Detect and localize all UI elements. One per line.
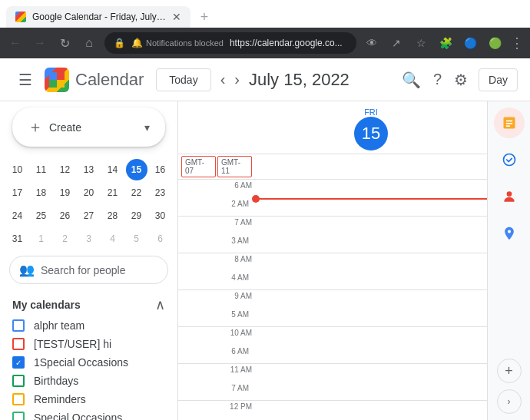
time-labels-11am: 11 AM 7 AM (178, 364, 255, 400)
mini-cal-day[interactable]: 25 (31, 205, 52, 227)
mini-cal-day[interactable]: 31 (7, 228, 28, 250)
search-button[interactable]: 🔍 (397, 66, 426, 94)
svg-point-8 (503, 154, 515, 166)
time-slot-10am[interactable] (255, 327, 487, 363)
calendar-name-test-user: [TEST/USER] hi (34, 338, 111, 350)
mini-cal-day[interactable]: 30 (150, 205, 171, 227)
svg-point-9 (506, 191, 512, 197)
mini-cal-day[interactable]: 20 (78, 182, 100, 203)
right-sidebar-expand-button[interactable]: › (497, 389, 522, 414)
mini-cal-day[interactable]: 28 (102, 205, 124, 227)
contacts-button[interactable] (494, 181, 525, 212)
back-button[interactable]: ← (6, 34, 25, 52)
mini-cal-day[interactable]: 11 (31, 159, 52, 180)
mini-cal-today[interactable]: 15 (126, 159, 147, 180)
profile-button[interactable]: 🔵 (461, 34, 479, 52)
time-labels-7am: 7 AM 3 AM (178, 217, 255, 253)
mini-cal-day[interactable]: 27 (78, 205, 100, 227)
bookmark-button[interactable]: ☆ (412, 34, 430, 52)
search-people-button[interactable]: 👥 Search for people (9, 256, 168, 284)
active-tab[interactable]: Google Calendar - Friday, July 15 ✕ (6, 6, 190, 28)
home-button[interactable]: ⌂ (80, 34, 98, 52)
tasks-button[interactable] (494, 144, 525, 175)
new-tab-button[interactable]: + (194, 6, 215, 28)
my-calendars-section: My calendars ∧ alphr team [TEST/USER] hi… (0, 290, 177, 420)
account-button[interactable]: 🟢 (485, 34, 504, 52)
mini-cal-day[interactable]: 16 (150, 159, 171, 180)
mini-cal-day[interactable]: 29 (126, 205, 147, 227)
hamburger-menu-button[interactable]: ☰ (12, 64, 38, 95)
mini-cal-day[interactable]: 21 (102, 182, 124, 203)
next-period-button[interactable]: › (231, 68, 243, 91)
today-button[interactable]: Today (156, 68, 210, 91)
my-calendars-toggle[interactable]: ∧ (155, 296, 165, 313)
calendar-checkbox-reminders[interactable] (12, 393, 25, 405)
create-button[interactable]: ＋ Create ▾ (12, 107, 165, 147)
mini-cal-day[interactable]: 14 (102, 159, 124, 180)
help-button[interactable]: ? (429, 66, 446, 93)
sticky-note-button[interactable] (494, 107, 525, 138)
mini-cal-day[interactable]: 3 (78, 228, 100, 250)
calendar-checkbox-alphr[interactable] (12, 319, 25, 332)
share-button[interactable]: ↗ (387, 34, 406, 52)
mini-cal-row-3: 24 25 26 27 28 29 30 (6, 205, 171, 227)
mini-cal-day[interactable]: 23 (150, 182, 171, 203)
calendar-checkbox-special-occasions[interactable]: ✓ (12, 356, 25, 369)
calendar-item-reminders[interactable]: Reminders (12, 390, 165, 408)
eye-button[interactable]: 👁 (363, 34, 381, 52)
right-sidebar-add-button[interactable]: + (497, 359, 522, 383)
mini-cal-day[interactable]: 19 (55, 182, 76, 203)
calendar-checkbox-special-occasions-2[interactable] (12, 412, 25, 420)
mini-cal-day[interactable]: 26 (55, 205, 76, 227)
reload-button[interactable]: ↻ (55, 34, 74, 52)
time-slot-9am[interactable] (255, 290, 487, 326)
time-slot-11am[interactable] (255, 364, 487, 400)
url-text: https://calendar.google.co... (230, 38, 343, 48)
calendar-checkbox-birthdays[interactable] (12, 375, 25, 387)
calendar-item-test-user[interactable]: [TEST/USER] hi (12, 335, 165, 353)
svg-rect-6 (505, 123, 512, 124)
calendar-main-view: FRI 15 GMT-07 GMT-11 6 AM 2 AM (178, 101, 487, 420)
mini-cal-row-2: 17 18 19 20 21 22 23 (6, 182, 171, 203)
time-grid[interactable]: 6 AM 2 AM 7 AM 3 AM (178, 180, 487, 420)
mini-cal-row-4: 31 1 2 3 4 5 6 (6, 228, 171, 250)
day-number-badge[interactable]: 15 (354, 117, 388, 150)
forward-button[interactable]: → (31, 34, 49, 52)
time-slot-7am[interactable] (255, 217, 487, 253)
create-plus-icon: ＋ (28, 117, 43, 137)
mini-cal-day[interactable]: 24 (7, 205, 28, 227)
svg-rect-0 (49, 72, 57, 80)
calendar-item-alphr[interactable]: alphr team (12, 316, 165, 335)
mini-cal-day[interactable]: 22 (126, 182, 147, 203)
svg-rect-1 (57, 72, 65, 80)
notifications-blocked-label: 🔔 Notifications blocked (131, 38, 224, 48)
maps-button[interactable] (494, 218, 525, 249)
prev-period-button[interactable]: ‹ (217, 68, 229, 91)
time-slot-12pm[interactable] (255, 401, 487, 420)
extensions-button[interactable]: 🧩 (436, 34, 455, 52)
calendar-item-special-occasions[interactable]: ✓ 1Special Occasions (12, 353, 165, 372)
tab-close-button[interactable]: ✕ (172, 11, 181, 23)
time-labels-8am: 8 AM 4 AM (178, 253, 255, 289)
mini-cal-day[interactable]: 12 (55, 159, 76, 180)
mini-cal-day[interactable]: 17 (7, 182, 28, 203)
mini-cal-day[interactable]: 18 (31, 182, 52, 203)
chrome-menu-button[interactable]: ⋮ (510, 35, 524, 51)
view-selector-button[interactable]: Day (479, 68, 518, 91)
mini-cal-day[interactable]: 10 (7, 159, 28, 180)
time-slot-8am[interactable] (255, 253, 487, 289)
calendar-checkbox-test-user[interactable] (12, 338, 25, 350)
mini-cal-day[interactable]: 2 (55, 228, 76, 250)
app-container: ☰ Calendar Today ‹ › July 15, 2022 🔍 ? ⚙… (0, 58, 530, 420)
mini-cal-day[interactable]: 1 (31, 228, 52, 250)
mini-cal-day[interactable]: 6 (150, 228, 171, 250)
calendar-item-birthdays[interactable]: Birthdays (12, 372, 165, 390)
settings-button[interactable]: ⚙ (449, 66, 472, 94)
time-slot-6am[interactable] (255, 180, 487, 216)
calendar-item-special-occasions-2[interactable]: Special Occasions (12, 408, 165, 420)
mini-cal-day[interactable]: 13 (78, 159, 100, 180)
mini-cal-day[interactable]: 5 (126, 228, 147, 250)
address-input[interactable]: 🔒 🔔 Notifications blocked https://calend… (104, 32, 356, 54)
create-dropdown-icon: ▾ (144, 121, 150, 134)
mini-cal-day[interactable]: 4 (102, 228, 124, 250)
